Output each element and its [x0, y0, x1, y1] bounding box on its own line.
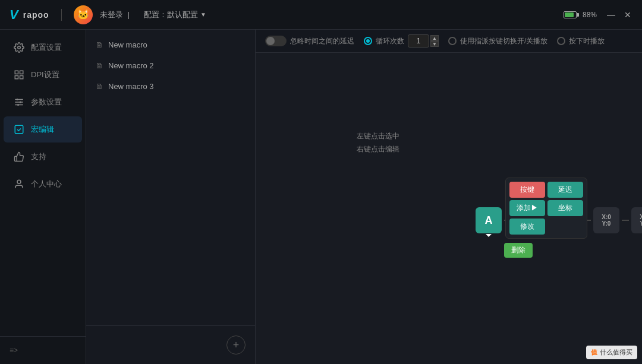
sidebar-item-profile[interactable]: 个人中心 [4, 171, 82, 197]
sidebar-item-config[interactable]: 配置设置 [4, 34, 82, 61]
sidebar-footer[interactable]: ≡> [0, 336, 86, 364]
header-divider [61, 9, 62, 21]
sidebar-support-label: 支持 [31, 151, 46, 162]
ignore-delay-toggle[interactable]: 忽略时间之间的延迟 [265, 36, 354, 46]
macro-name: New macro 2 [108, 61, 154, 70]
main-layout: 配置设置 DPI设置 [0, 30, 642, 364]
delete-button[interactable]: 删除 [504, 243, 533, 258]
macro-editor-panel: 忽略时间之间的延迟 循环次数 1 ▲ ▼ [256, 30, 642, 364]
add-button[interactable]: 添加▶ [509, 200, 545, 216]
svg-point-12 [17, 180, 21, 183]
pipe-divider: | [128, 10, 130, 19]
config-label: 配置：默认配置 [144, 10, 198, 20]
loop-radio[interactable] [364, 37, 372, 45]
battery-area: 88% [564, 11, 597, 19]
svg-rect-1 [15, 71, 18, 74]
editor-hint: 左键点击选中 右键点击编辑 [357, 130, 399, 156]
macro-icon [13, 124, 25, 135]
play-on-hold-label: 按下时播放 [569, 36, 605, 46]
close-button[interactable]: ✕ [623, 10, 632, 20]
loop-count-input: 1 ▲ ▼ [408, 34, 439, 48]
sidebar-dpi-label: DPI设置 [31, 69, 59, 80]
play-on-hold-radio[interactable] [557, 37, 565, 45]
sidebar-macro-label: 宏编辑 [31, 124, 54, 135]
svg-rect-4 [20, 76, 23, 79]
sidebar-params-label: 参数设置 [31, 97, 62, 107]
assign-key-item[interactable]: 使用指派按键切换开/关播放 [448, 36, 547, 46]
config-selector[interactable]: 配置：默认配置 ▼ [144, 10, 206, 20]
svg-rect-11 [15, 125, 23, 134]
sidebar-config-label: 配置设置 [31, 42, 62, 53]
context-popup: 按键 延迟 添加▶ 坐标 修改 [505, 178, 587, 239]
user-status-text: 未登录 [100, 10, 123, 20]
add-macro-button[interactable]: + [226, 335, 246, 354]
minimize-button[interactable]: — [606, 10, 616, 20]
dpi-icon [13, 69, 25, 81]
svg-point-8 [17, 99, 18, 100]
hint-line2: 右键点击编辑 [357, 143, 399, 156]
list-item[interactable]: 🗎 New macro 2 [86, 55, 255, 76]
file-icon: 🗎 [96, 61, 103, 70]
spin-buttons: ▲ ▼ [430, 35, 439, 47]
config-icon [13, 42, 25, 53]
collapse-icon: ≡> [10, 346, 18, 354]
user-status: 未登录 | [100, 10, 130, 20]
chevron-down-icon: ▼ [200, 11, 206, 18]
svg-point-10 [17, 104, 19, 106]
macro-list-panel: 🗎 New macro 🗎 New macro 2 🗎 New macro 3 … [86, 30, 256, 364]
svg-point-9 [20, 102, 21, 103]
node-key-label: A [485, 214, 493, 227]
loop-count-field[interactable]: 1 [408, 34, 429, 48]
sidebar-item-macro[interactable]: 宏编辑 [4, 116, 82, 143]
coord-y-label: Y:0 [602, 220, 611, 227]
sidebar-profile-label: 个人中心 [31, 179, 62, 189]
svg-rect-2 [20, 71, 23, 74]
play-on-hold-item[interactable]: 按下时播放 [557, 36, 605, 46]
logo-area: V rapoo [10, 7, 49, 23]
sidebar: 配置设置 DPI设置 [0, 30, 86, 364]
assign-key-label: 使用指派按键切换开/关播放 [460, 36, 547, 46]
coord-x-label: X:0 [640, 214, 642, 220]
svg-rect-3 [15, 76, 18, 79]
list-item[interactable]: 🗎 New macro 3 [86, 76, 255, 97]
sidebar-item-dpi[interactable]: DPI设置 [4, 62, 82, 88]
spin-up-button[interactable]: ▲ [430, 35, 439, 41]
hint-line1: 左键点击选中 [357, 130, 399, 143]
node-coord-1[interactable]: X:0 Y:0 [593, 207, 619, 233]
file-icon: 🗎 [96, 40, 103, 49]
toggle-switch[interactable] [265, 36, 287, 46]
loop-label: 循环次数 [376, 36, 404, 46]
macro-toolbar: 忽略时间之间的延迟 循环次数 1 ▲ ▼ [256, 30, 642, 53]
list-item[interactable]: 🗎 New macro [86, 34, 255, 55]
modify-button[interactable]: 修改 [509, 219, 545, 235]
battery-percent-text: 88% [583, 11, 597, 19]
node-key-a[interactable]: A [476, 207, 502, 233]
key-button[interactable]: 按键 [509, 182, 545, 198]
title-bar: V rapoo 🐱 未登录 | 配置：默认配置 ▼ [0, 0, 642, 30]
loop-count-item: 循环次数 1 ▲ ▼ [364, 34, 439, 48]
coord-x-label: X:0 [602, 214, 611, 220]
macro-list-footer: + [86, 325, 255, 364]
node-coord-2[interactable]: X:0 Y:0 [631, 207, 642, 233]
spin-down-button[interactable]: ▼ [430, 41, 439, 47]
coord-button[interactable]: 坐标 [547, 200, 583, 216]
watermark-text: 什么值得买 [600, 348, 632, 357]
watermark: 值 什么值得买 [586, 346, 637, 359]
sidebar-item-support[interactable]: 支持 [4, 144, 82, 170]
assign-key-radio[interactable] [448, 37, 457, 45]
battery-body [564, 11, 577, 18]
avatar[interactable]: 🐱 [74, 5, 93, 24]
dropdown-arrow-icon [486, 234, 492, 237]
profile-icon [13, 178, 25, 190]
sidebar-item-params[interactable]: 参数设置 [4, 89, 82, 115]
battery-fill [565, 12, 574, 17]
editor-canvas: 左键点击选中 右键点击编辑 按键 延迟 添加▶ 坐标 修改 [256, 53, 642, 364]
macro-name: New macro [108, 40, 147, 49]
logo-v-icon: V [10, 7, 18, 23]
window-controls: — ✕ [606, 10, 632, 20]
toggle-thumb [266, 37, 275, 45]
content-area: 🗎 New macro 🗎 New macro 2 🗎 New macro 3 … [86, 30, 642, 364]
params-icon [13, 96, 25, 108]
delay-button[interactable]: 延迟 [547, 182, 583, 198]
support-icon [13, 151, 25, 163]
